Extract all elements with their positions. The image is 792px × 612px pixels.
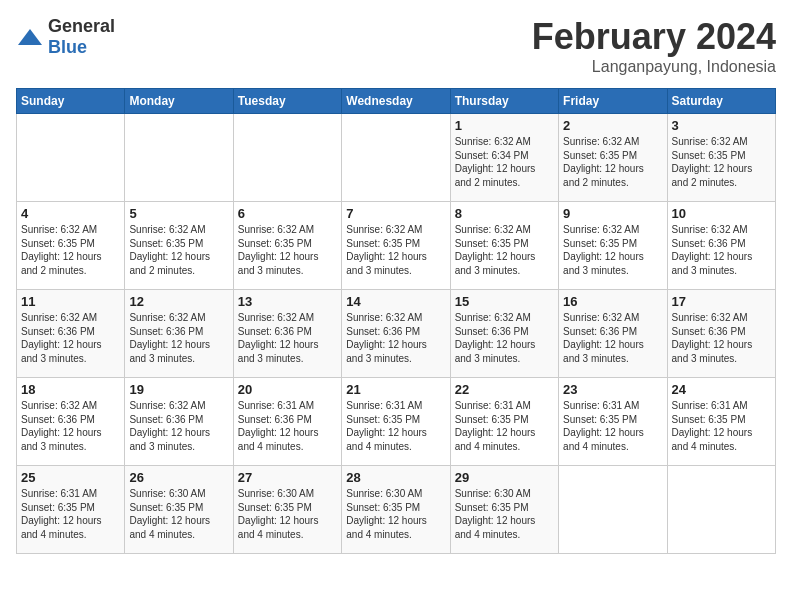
calendar-cell: 3Sunrise: 6:32 AMSunset: 6:35 PMDaylight… [667,114,775,202]
day-detail: Sunrise: 6:32 AMSunset: 6:35 PMDaylight:… [21,223,120,277]
day-detail: Sunrise: 6:32 AMSunset: 6:35 PMDaylight:… [129,223,228,277]
calendar-cell: 7Sunrise: 6:32 AMSunset: 6:35 PMDaylight… [342,202,450,290]
logo-blue: Blue [48,37,87,57]
calendar-cell: 15Sunrise: 6:32 AMSunset: 6:36 PMDayligh… [450,290,558,378]
calendar-cell [667,466,775,554]
calendar-header: SundayMondayTuesdayWednesdayThursdayFrid… [17,89,776,114]
calendar-body: 1Sunrise: 6:32 AMSunset: 6:34 PMDaylight… [17,114,776,554]
calendar-cell: 14Sunrise: 6:32 AMSunset: 6:36 PMDayligh… [342,290,450,378]
calendar-cell: 11Sunrise: 6:32 AMSunset: 6:36 PMDayligh… [17,290,125,378]
day-detail: Sunrise: 6:30 AMSunset: 6:35 PMDaylight:… [129,487,228,541]
page-subtitle: Langanpayung, Indonesia [532,58,776,76]
day-detail: Sunrise: 6:31 AMSunset: 6:35 PMDaylight:… [455,399,554,453]
calendar-cell [17,114,125,202]
calendar-cell: 4Sunrise: 6:32 AMSunset: 6:35 PMDaylight… [17,202,125,290]
calendar-cell: 26Sunrise: 6:30 AMSunset: 6:35 PMDayligh… [125,466,233,554]
day-number: 26 [129,470,228,485]
week-row-5: 25Sunrise: 6:31 AMSunset: 6:35 PMDayligh… [17,466,776,554]
day-detail: Sunrise: 6:32 AMSunset: 6:35 PMDaylight:… [563,223,662,277]
header-row: SundayMondayTuesdayWednesdayThursdayFrid… [17,89,776,114]
day-detail: Sunrise: 6:32 AMSunset: 6:35 PMDaylight:… [672,135,771,189]
calendar-cell: 24Sunrise: 6:31 AMSunset: 6:35 PMDayligh… [667,378,775,466]
calendar-cell: 9Sunrise: 6:32 AMSunset: 6:35 PMDaylight… [559,202,667,290]
day-detail: Sunrise: 6:32 AMSunset: 6:35 PMDaylight:… [455,223,554,277]
day-detail: Sunrise: 6:32 AMSunset: 6:36 PMDaylight:… [672,311,771,365]
day-detail: Sunrise: 6:31 AMSunset: 6:35 PMDaylight:… [672,399,771,453]
logo: General Blue [16,16,115,58]
week-row-2: 4Sunrise: 6:32 AMSunset: 6:35 PMDaylight… [17,202,776,290]
calendar-cell: 5Sunrise: 6:32 AMSunset: 6:35 PMDaylight… [125,202,233,290]
title-block: February 2024 Langanpayung, Indonesia [532,16,776,76]
day-number: 9 [563,206,662,221]
day-number: 14 [346,294,445,309]
col-header-friday: Friday [559,89,667,114]
day-detail: Sunrise: 6:31 AMSunset: 6:35 PMDaylight:… [563,399,662,453]
day-number: 20 [238,382,337,397]
calendar-cell: 21Sunrise: 6:31 AMSunset: 6:35 PMDayligh… [342,378,450,466]
calendar-cell: 6Sunrise: 6:32 AMSunset: 6:35 PMDaylight… [233,202,341,290]
day-number: 2 [563,118,662,133]
day-detail: Sunrise: 6:32 AMSunset: 6:36 PMDaylight:… [455,311,554,365]
calendar-cell: 17Sunrise: 6:32 AMSunset: 6:36 PMDayligh… [667,290,775,378]
day-number: 6 [238,206,337,221]
calendar-cell: 19Sunrise: 6:32 AMSunset: 6:36 PMDayligh… [125,378,233,466]
day-detail: Sunrise: 6:30 AMSunset: 6:35 PMDaylight:… [346,487,445,541]
day-number: 15 [455,294,554,309]
col-header-saturday: Saturday [667,89,775,114]
day-detail: Sunrise: 6:32 AMSunset: 6:36 PMDaylight:… [346,311,445,365]
col-header-monday: Monday [125,89,233,114]
calendar-cell: 29Sunrise: 6:30 AMSunset: 6:35 PMDayligh… [450,466,558,554]
day-detail: Sunrise: 6:32 AMSunset: 6:36 PMDaylight:… [672,223,771,277]
day-detail: Sunrise: 6:31 AMSunset: 6:35 PMDaylight:… [21,487,120,541]
calendar-cell: 1Sunrise: 6:32 AMSunset: 6:34 PMDaylight… [450,114,558,202]
day-number: 27 [238,470,337,485]
day-detail: Sunrise: 6:32 AMSunset: 6:36 PMDaylight:… [238,311,337,365]
day-detail: Sunrise: 6:32 AMSunset: 6:36 PMDaylight:… [21,399,120,453]
day-number: 4 [21,206,120,221]
calendar-table: SundayMondayTuesdayWednesdayThursdayFrid… [16,88,776,554]
day-number: 23 [563,382,662,397]
day-number: 22 [455,382,554,397]
week-row-1: 1Sunrise: 6:32 AMSunset: 6:34 PMDaylight… [17,114,776,202]
day-number: 28 [346,470,445,485]
calendar-cell: 28Sunrise: 6:30 AMSunset: 6:35 PMDayligh… [342,466,450,554]
day-detail: Sunrise: 6:31 AMSunset: 6:35 PMDaylight:… [346,399,445,453]
calendar-cell: 27Sunrise: 6:30 AMSunset: 6:35 PMDayligh… [233,466,341,554]
day-detail: Sunrise: 6:30 AMSunset: 6:35 PMDaylight:… [455,487,554,541]
day-detail: Sunrise: 6:32 AMSunset: 6:36 PMDaylight:… [563,311,662,365]
week-row-3: 11Sunrise: 6:32 AMSunset: 6:36 PMDayligh… [17,290,776,378]
logo-general: General [48,16,115,36]
page-title: February 2024 [532,16,776,58]
calendar-cell [342,114,450,202]
day-number: 29 [455,470,554,485]
day-detail: Sunrise: 6:32 AMSunset: 6:35 PMDaylight:… [563,135,662,189]
calendar-cell: 20Sunrise: 6:31 AMSunset: 6:36 PMDayligh… [233,378,341,466]
day-number: 10 [672,206,771,221]
day-detail: Sunrise: 6:32 AMSunset: 6:36 PMDaylight:… [21,311,120,365]
calendar-cell: 22Sunrise: 6:31 AMSunset: 6:35 PMDayligh… [450,378,558,466]
day-number: 13 [238,294,337,309]
logo-icon [16,27,44,47]
day-detail: Sunrise: 6:32 AMSunset: 6:34 PMDaylight:… [455,135,554,189]
day-detail: Sunrise: 6:32 AMSunset: 6:36 PMDaylight:… [129,311,228,365]
day-number: 11 [21,294,120,309]
day-number: 25 [21,470,120,485]
calendar-cell [125,114,233,202]
day-detail: Sunrise: 6:32 AMSunset: 6:36 PMDaylight:… [129,399,228,453]
calendar-cell: 23Sunrise: 6:31 AMSunset: 6:35 PMDayligh… [559,378,667,466]
day-number: 17 [672,294,771,309]
day-detail: Sunrise: 6:31 AMSunset: 6:36 PMDaylight:… [238,399,337,453]
col-header-sunday: Sunday [17,89,125,114]
calendar-cell: 10Sunrise: 6:32 AMSunset: 6:36 PMDayligh… [667,202,775,290]
calendar-cell: 2Sunrise: 6:32 AMSunset: 6:35 PMDaylight… [559,114,667,202]
day-number: 12 [129,294,228,309]
calendar-cell [559,466,667,554]
calendar-cell: 18Sunrise: 6:32 AMSunset: 6:36 PMDayligh… [17,378,125,466]
col-header-thursday: Thursday [450,89,558,114]
svg-marker-0 [18,29,42,45]
day-detail: Sunrise: 6:32 AMSunset: 6:35 PMDaylight:… [238,223,337,277]
day-number: 19 [129,382,228,397]
day-number: 8 [455,206,554,221]
day-number: 24 [672,382,771,397]
day-detail: Sunrise: 6:30 AMSunset: 6:35 PMDaylight:… [238,487,337,541]
